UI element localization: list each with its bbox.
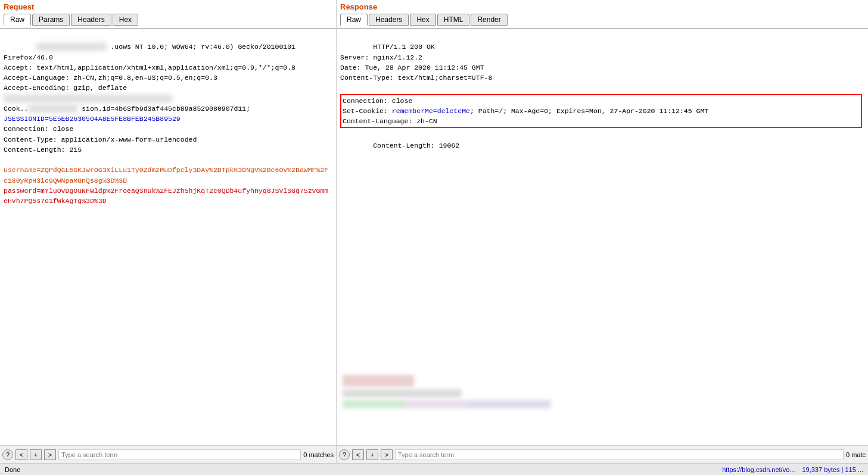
response-body-2: Content-Length: 19062 bbox=[340, 130, 864, 161]
username-param: username=ZQPdQaL5GKJwrOG3XiLLu1Ty0ZdmzMu… bbox=[4, 166, 328, 184]
response-prev-button[interactable]: < bbox=[352, 449, 364, 460]
date-line: Date: Tue, 28 Apr 2020 11:12:45 GMT bbox=[340, 64, 484, 71]
firefox-line: Firefox/46.0 bbox=[4, 54, 53, 61]
request-search-bar: ? < + > 0 matches bbox=[0, 445, 336, 463]
response-toolbar: ? < + > 0 matc bbox=[337, 445, 868, 463]
request-plus-button[interactable]: + bbox=[30, 449, 42, 460]
accept-language-line: Accept-Language: zh-CN,zh;q=0.8,en-US;q=… bbox=[4, 74, 217, 82]
status-bar: Done https://blog.csdn.net/vo... 19,337 … bbox=[0, 463, 868, 475]
content-length-line: Content-Length: 19062 bbox=[373, 142, 459, 149]
remember-me-text: rememberMe=deleteMe bbox=[392, 107, 470, 115]
response-search-input[interactable] bbox=[395, 449, 844, 460]
status-line: HTTP/1.1 200 OK bbox=[373, 43, 435, 51]
set-cookie-prefix-text: Set-Cookie: bbox=[343, 107, 392, 115]
request-search-input[interactable] bbox=[58, 449, 301, 460]
jsessionid-line: JSESSIONID=5E5EB2630504A8E5FE8BFEB245B89… bbox=[4, 115, 181, 123]
request-next-button[interactable]: > bbox=[44, 449, 56, 460]
content-type-req-line: Content-Type: application/x-www-form-url… bbox=[4, 136, 197, 143]
response-matches-text: 0 matc bbox=[846, 451, 866, 458]
blurred-gray-block bbox=[343, 389, 462, 398]
connection-line-req: Connection: close bbox=[4, 125, 73, 133]
accept-encoding-line: Accept-Encoding: gzip, deflate bbox=[4, 84, 127, 92]
request-help-button[interactable]: ? bbox=[2, 449, 13, 460]
response-plus-button[interactable]: + bbox=[366, 449, 378, 460]
request-panel: Request Raw Params Headers Hex Us .uows … bbox=[0, 0, 337, 445]
content-language-line: Content-Language: zh-CN bbox=[343, 116, 860, 126]
response-title: Response bbox=[340, 2, 864, 11]
status-done: Done bbox=[5, 466, 20, 473]
useragent-text: .uows NT 10.0; WOW64; rv:46.0) Gecko/201… bbox=[107, 43, 295, 51]
content-type-line: Content-Type: text/html;charset=UTF-8 bbox=[340, 74, 492, 82]
tab-params-request[interactable]: Params bbox=[32, 14, 70, 26]
response-help-button[interactable]: ? bbox=[339, 449, 350, 460]
blurred-color-block bbox=[343, 400, 551, 408]
session-suffix: sion.id=4b6Sfb9d3af445cb89a8529080907d11… bbox=[77, 105, 250, 112]
red-outline-highlight: Connection: close Set-Cookie: rememberMe… bbox=[340, 94, 862, 129]
connection-close-line: Connection: close bbox=[343, 96, 860, 106]
status-url: https://blog.csdn.net/vo... bbox=[722, 466, 795, 473]
response-next-button[interactable]: > bbox=[381, 449, 393, 460]
response-content: HTTP/1.1 200 OK Server: nginx/1.12.2 Dat… bbox=[337, 28, 868, 445]
blurred-pink-block bbox=[343, 375, 414, 387]
request-title: Request bbox=[4, 2, 332, 11]
request-body: Us .uows NT 10.0; WOW64; rv:46.0) Gecko/… bbox=[4, 32, 332, 217]
set-cookie-suffix-text: ; Path=/; Max-Age=0; Expires=Mon, 27-Apr… bbox=[470, 107, 708, 115]
bottom-toolbars: ? < + > 0 matches ? < + > 0 matc bbox=[0, 445, 868, 463]
tab-raw-request[interactable]: Raw bbox=[4, 14, 31, 26]
status-size: 19,337 bytes | 115 ... bbox=[802, 466, 863, 473]
request-matches-text: 0 matches bbox=[303, 451, 334, 458]
blurred-session bbox=[28, 105, 77, 112]
request-header: Request Raw Params Headers Hex bbox=[0, 0, 336, 28]
cookie-prefix: Cook.. bbox=[4, 105, 28, 112]
tab-render-response[interactable]: Render bbox=[471, 14, 507, 26]
response-blurred-content bbox=[343, 375, 551, 410]
content-length-req-line: Content-Length: 215 bbox=[4, 146, 82, 154]
response-search-bar: ? < + > 0 matc bbox=[337, 445, 868, 463]
response-header: Response Raw Headers Hex HTML Render bbox=[337, 0, 868, 28]
request-toolbar: ? < + > 0 matches bbox=[0, 445, 337, 463]
response-panel: Response Raw Headers Hex HTML Render HTT… bbox=[337, 0, 868, 445]
response-body: HTTP/1.1 200 OK Server: nginx/1.12.2 Dat… bbox=[340, 32, 864, 93]
tab-headers-response[interactable]: Headers bbox=[369, 14, 409, 26]
tab-hex-request[interactable]: Hex bbox=[113, 14, 138, 26]
response-tab-bar: Raw Headers Hex HTML Render bbox=[340, 14, 864, 27]
status-right-area: https://blog.csdn.net/vo... 19,337 bytes… bbox=[722, 466, 863, 473]
set-cookie-line: Set-Cookie: rememberMe=deleteMe; Path=/;… bbox=[343, 106, 860, 116]
blurred-useragent: Us bbox=[36, 43, 106, 51]
accept-line: Accept: text/html,application/xhtml+xml,… bbox=[4, 64, 295, 71]
request-tab-bar: Raw Params Headers Hex bbox=[4, 14, 332, 27]
password-param: password=mYluOvDgOuNFWldp%2FroeaQSnuk%2F… bbox=[4, 187, 328, 205]
tab-headers-request[interactable]: Headers bbox=[71, 14, 111, 26]
tab-raw-response[interactable]: Raw bbox=[340, 14, 368, 26]
blurred-line6: NT bbox=[4, 95, 172, 102]
server-line: Server: nginx/1.12.2 bbox=[340, 54, 422, 61]
tab-hex-response[interactable]: Hex bbox=[410, 14, 435, 26]
tab-html-response[interactable]: HTML bbox=[437, 14, 470, 26]
request-content: Us .uows NT 10.0; WOW64; rv:46.0) Gecko/… bbox=[0, 28, 336, 445]
request-prev-button[interactable]: < bbox=[15, 449, 27, 460]
